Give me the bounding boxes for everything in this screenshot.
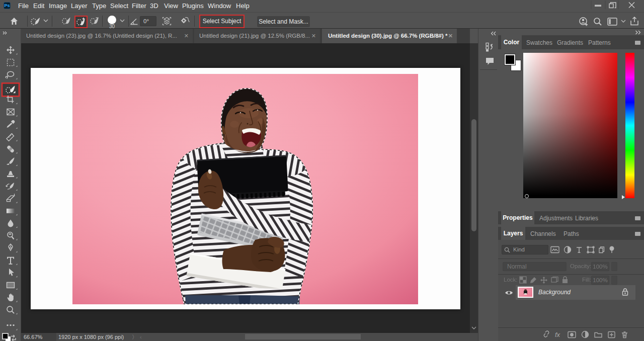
svg-text:fx: fx	[555, 331, 560, 338]
